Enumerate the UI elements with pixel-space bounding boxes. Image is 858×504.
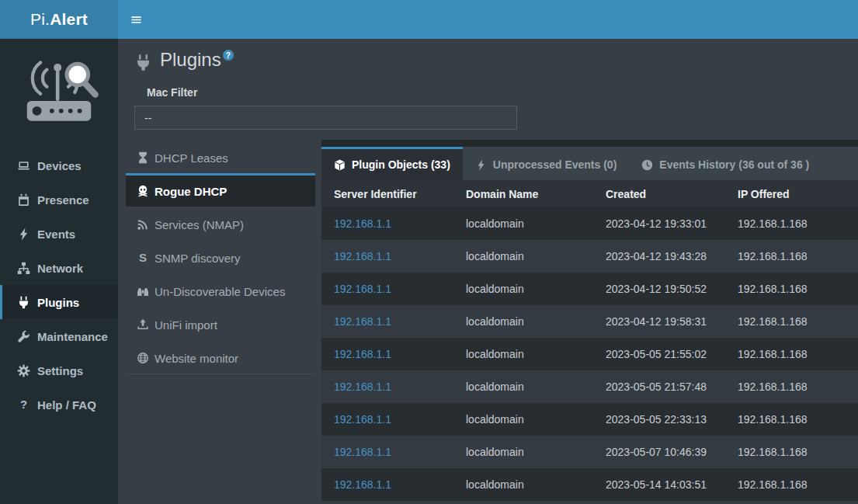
server-identifier-link[interactable]: 192.168.1.1 [334, 381, 391, 393]
plug-icon [17, 296, 30, 309]
cell-domain-name: localdomain [453, 370, 593, 403]
gear-icon [17, 364, 30, 377]
table-row: 192.168.1.1localdomain2023-05-05 21:55:0… [321, 338, 858, 370]
server-identifier-link[interactable]: 192.168.1.1 [334, 478, 391, 491]
cell-domain-name: localdomain [453, 436, 593, 468]
cell-created: 2023-05-05 22:33:13 [593, 403, 725, 436]
cell-server-identifier: 192.168.1.1 [321, 370, 453, 403]
table-head: Server IdentifierDomain NameCreatedIP Of… [321, 180, 858, 207]
signal-icon [137, 218, 149, 231]
plug-icon [134, 54, 152, 71]
top-navbar [118, 0, 858, 39]
column-header-domain-name: Domain Name [453, 180, 593, 207]
hourglass-icon [137, 151, 149, 164]
column-header-ip-offered: IP Offered [725, 180, 858, 207]
cell-created: 2023-04-12 19:43:28 [593, 240, 725, 273]
sidebar-item-events[interactable]: Events [0, 217, 118, 251]
table-row: 192.168.1.1localdomain2023-04-12 19:58:3… [321, 305, 858, 338]
sidebar-item-plugins[interactable]: Plugins [0, 285, 118, 319]
plugin-menu-item-label: Un-Discoverable Devices [155, 285, 285, 298]
sidebar-item-settings[interactable]: Settings [0, 353, 118, 388]
server-identifier-link[interactable]: 192.168.1.1 [334, 250, 391, 262]
sidebar-item-presence[interactable]: Presence [0, 182, 118, 217]
tab-panel-top-strip [321, 140, 858, 147]
cell-server-identifier: 192.168.1.1 [321, 338, 453, 370]
plugin-list: DHCP LeasesRogue DHCPServices (NMAP)SSNM… [126, 140, 315, 374]
server-identifier-link[interactable]: 192.168.1.1 [334, 348, 391, 360]
table-row: 192.168.1.1localdomain2023-05-07 10:46:3… [321, 436, 858, 468]
skull-icon [137, 185, 149, 197]
tab-events-history-36-out-of-36[interactable]: Events History (36 out of 36 ) [629, 147, 822, 180]
sidebar-item-maintenance[interactable]: Maintenance [0, 319, 118, 353]
main-content: Plugins ? Mac Filter DHCP LeasesRogue DH… [118, 39, 858, 504]
sidebar: DevicesPresenceEventsNetworkPluginsMaint… [0, 39, 118, 504]
sitemap-icon [17, 262, 30, 275]
cube-icon [334, 159, 346, 171]
server-identifier-link[interactable]: 192.168.1.1 [334, 283, 391, 295]
question-icon: ? [17, 398, 30, 412]
server-identifier-link[interactable]: 192.168.1.1 [334, 217, 391, 230]
plugin-submenu: DHCP LeasesRogue DHCPServices (NMAP)SSNM… [126, 140, 315, 504]
plugin-menu-item-un-discoverable-devices[interactable]: Un-Discoverable Devices [126, 273, 315, 307]
plugin-menu-item-rogue-dhcp[interactable]: Rogue DHCP [126, 173, 315, 207]
cell-ip-offered: 192.168.1.168 [725, 207, 858, 240]
table-header-row: Server IdentifierDomain NameCreatedIP Of… [321, 180, 858, 207]
cell-domain-name: localdomain [453, 273, 593, 305]
plugin-menu-item-services-nmap[interactable]: Services (NMAP) [126, 207, 315, 240]
plugin-menu-item-label: SNMP discovery [155, 252, 241, 265]
table-row: 192.168.1.1localdomain2023-05-05 21:57:4… [321, 370, 858, 403]
sidebar-item-label: Presence [37, 193, 89, 207]
plugin-objects-table: Server IdentifierDomain NameCreatedIP Of… [321, 180, 858, 501]
sidebar-item-label: Network [37, 262, 83, 275]
cell-domain-name: localdomain [453, 468, 593, 501]
tab-plugin-objects-33[interactable]: Plugin Objects (33) [321, 147, 463, 180]
server-identifier-link[interactable]: 192.168.1.1 [334, 446, 391, 458]
cell-ip-offered: 192.168.1.168 [725, 273, 858, 305]
help-badge[interactable]: ? [223, 50, 234, 61]
top-bar: Pi.Alert [0, 0, 858, 39]
globe-icon [137, 352, 149, 364]
cell-created: 2023-05-05 21:57:48 [593, 370, 725, 403]
brand-suffix: Alert [50, 10, 88, 29]
tab-label: Unprocessed Events (0) [493, 158, 617, 171]
table-row: 192.168.1.1localdomain2023-05-05 22:33:1… [321, 403, 858, 436]
cell-server-identifier: 192.168.1.1 [321, 436, 453, 468]
plugin-menu-item-dhcp-leases[interactable]: DHCP Leases [126, 140, 315, 173]
sidebar-item-devices[interactable]: Devices [0, 148, 118, 182]
column-header-server-identifier: Server Identifier [321, 180, 453, 207]
table-row: 192.168.1.1localdomain2023-04-12 19:50:5… [321, 273, 858, 305]
sidebar-item-network[interactable]: Network [0, 251, 118, 285]
page-title-text: Plugins [160, 49, 221, 71]
plugin-menu-item-website-monitor[interactable]: Website monitor [126, 340, 315, 374]
cell-server-identifier: 192.168.1.1 [321, 240, 453, 273]
tab-bar: Plugin Objects (33)Unprocessed Events (0… [321, 147, 858, 180]
tab-label: Events History (36 out of 36 ) [659, 158, 809, 171]
router-search-logo-icon [16, 55, 102, 133]
cell-ip-offered: 192.168.1.168 [725, 468, 858, 501]
cell-created: 2023-05-05 21:55:02 [593, 338, 725, 370]
tab-unprocessed-events-0[interactable]: Unprocessed Events (0) [463, 147, 630, 180]
sidebar-toggle-button[interactable] [118, 0, 154, 39]
sidebar-item-help-faq[interactable]: ?Help / FAQ [0, 388, 118, 422]
app-logo [0, 39, 118, 148]
table-row: 192.168.1.1localdomain2023-04-12 19:43:2… [321, 240, 858, 273]
mac-filter-input[interactable] [134, 106, 517, 130]
plugin-menu-item-label: Website monitor [155, 352, 238, 365]
cell-server-identifier: 192.168.1.1 [321, 468, 453, 501]
cell-ip-offered: 192.168.1.168 [725, 240, 858, 273]
cell-ip-offered: 192.168.1.168 [725, 436, 858, 468]
bolt-icon [475, 159, 487, 171]
plugin-menu-item-snmp-discovery[interactable]: SSNMP discovery [126, 240, 315, 273]
cell-ip-offered: 192.168.1.168 [725, 338, 858, 370]
sidebar-item-label: Events [37, 228, 75, 241]
server-identifier-link[interactable]: 192.168.1.1 [334, 315, 391, 328]
upload-icon [137, 318, 149, 331]
app-brand[interactable]: Pi.Alert [0, 0, 118, 39]
table-row: 192.168.1.1localdomain2023-05-14 14:03:5… [321, 468, 858, 501]
plugin-menu-item-unifi-import[interactable]: UniFi import [126, 307, 315, 340]
cell-ip-offered: 192.168.1.168 [725, 370, 858, 403]
sidebar-item-label: Plugins [37, 296, 79, 309]
server-identifier-link[interactable]: 192.168.1.1 [334, 413, 391, 426]
cell-domain-name: localdomain [453, 240, 593, 273]
sidebar-item-label: Settings [37, 364, 83, 377]
